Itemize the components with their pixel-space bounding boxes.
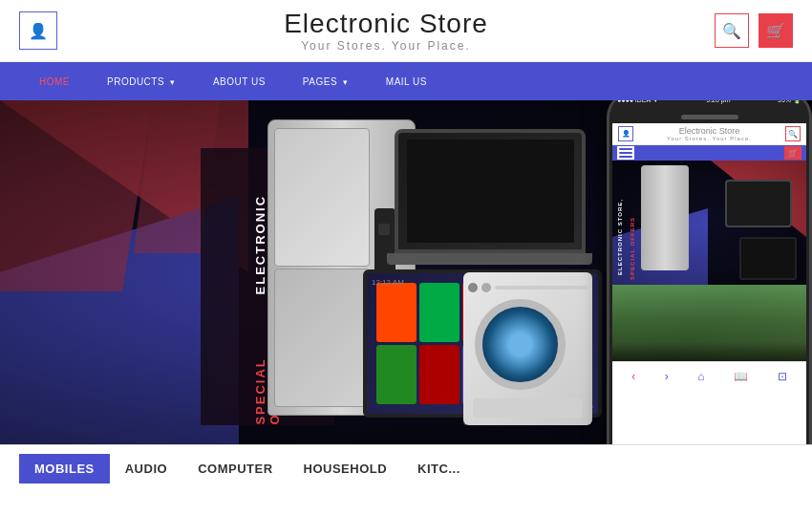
phone-menu-button[interactable] — [617, 146, 634, 160]
header: 👤 Electronic Store Your Stores. Your Pla… — [0, 0, 812, 62]
cart-button[interactable]: 🛒 — [759, 13, 793, 48]
ham-line-2 — [619, 152, 632, 154]
phone-time: 9:20 pm — [706, 100, 730, 104]
phone-preview-image — [612, 285, 806, 361]
ham-line-1 — [619, 148, 632, 150]
nav-item-pages[interactable]: PAGES ▾ — [283, 62, 366, 100]
product-washer — [463, 272, 592, 425]
phone-nav-share[interactable]: ⊡ — [778, 370, 787, 383]
cat-audio[interactable]: AUDIO — [110, 454, 182, 484]
nav-home-label: HOME — [39, 76, 70, 87]
user-icon-box[interactable]: 👤 — [19, 11, 57, 50]
phone-nav-book[interactable]: 📖 — [734, 370, 748, 383]
phone-title-text: Electronic Store — [667, 126, 752, 136]
site-tagline: Your Stores. Your Place. — [284, 39, 488, 53]
ham-line-3 — [619, 156, 632, 158]
phone-subtitle-text: Your Stores. Your Place. — [667, 136, 752, 141]
phone-speaker — [681, 115, 738, 119]
site-name: Electronic Store — [284, 9, 488, 39]
phone-status-left: ●●●● IDEA ▼ — [617, 100, 659, 104]
phone-hero-line2: SPECIAL OFFERS — [630, 217, 635, 280]
phone-mockup: ●●●● IDEA ▼ 9:20 pm 95% 🔋 👤 Electronic S… — [607, 100, 812, 444]
cat-kitchen[interactable]: KITC... — [402, 454, 476, 484]
cat-household[interactable]: HOUSEHOLD — [288, 454, 403, 484]
phone-cart-button[interactable]: 🛒 — [784, 146, 801, 160]
header-actions: 🔍 🛒 — [715, 13, 793, 48]
cat-mobiles[interactable]: MOBILES — [19, 454, 110, 484]
phone-hero: ELECTRONIC STORE, SPECIAL OFFERS — [612, 161, 806, 285]
phone-mini-laptop — [725, 180, 792, 227]
nav-mail-label: MAIL US — [386, 76, 427, 87]
site-title: Electronic Store Your Stores. Your Place… — [284, 9, 488, 53]
cat-computer[interactable]: COMPUTER — [182, 454, 288, 484]
phone-screen: 👤 Electronic Store Your Stores. Your Pla… — [612, 123, 806, 444]
phone-nav-home[interactable]: ⌂ — [697, 370, 704, 383]
phone-navbar: 🛒 — [612, 145, 806, 161]
phone-mini-tv — [739, 237, 797, 280]
product-laptop — [395, 129, 592, 265]
hero-section: ELECTRONIC STORE, SPECIAL OFFERS — [0, 100, 812, 444]
navbar: HOME PRODUCTS ▾ ABOUT US PAGES ▾ MAIL US — [0, 62, 812, 100]
nav-item-mail[interactable]: MAIL US — [366, 62, 444, 100]
categories-bar: MOBILES AUDIO COMPUTER HOUSEHOLD KITC... — [0, 444, 812, 492]
nav-about-label: ABOUT US — [213, 76, 266, 87]
phone-user-icon: 👤 — [618, 126, 633, 141]
phone-battery: 95% 🔋 — [778, 100, 801, 104]
phone-bottom-nav: ‹ › ⌂ 📖 ⊡ — [612, 361, 806, 390]
phone-site-title: Electronic Store Your Stores. Your Place… — [667, 126, 752, 141]
nav-item-home[interactable]: HOME — [19, 62, 87, 100]
phone-mini-fridge — [641, 165, 689, 270]
search-button[interactable]: 🔍 — [715, 13, 749, 48]
nav-item-about[interactable]: ABOUT US — [193, 62, 283, 100]
nav-item-products[interactable]: PRODUCTS ▾ — [87, 62, 193, 100]
phone-search-button[interactable]: 🔍 — [785, 126, 801, 141]
nav-pages-label: PAGES ▾ — [303, 76, 349, 87]
phone-nav-back[interactable]: ‹ — [631, 370, 635, 383]
phone-hero-line1: ELECTRONIC STORE, — [617, 199, 623, 275]
phone-header: 👤 Electronic Store Your Stores. Your Pla… — [612, 123, 806, 145]
nav-products-label: PRODUCTS ▾ — [107, 76, 176, 87]
phone-nav-forward[interactable]: › — [665, 370, 669, 383]
user-icon: 👤 — [29, 22, 48, 40]
